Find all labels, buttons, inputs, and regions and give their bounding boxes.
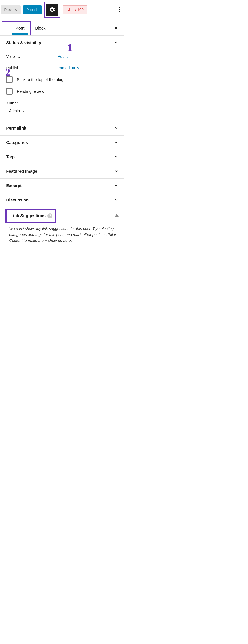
tab-post[interactable]: Post [12, 22, 28, 34]
tab-block[interactable]: Block [31, 22, 49, 34]
publish-value-link[interactable]: Immediately [58, 66, 79, 70]
section-featured-image: Featured image [0, 164, 124, 179]
author-label: Author [6, 101, 118, 106]
author-block: Author Admin [6, 101, 118, 115]
section-title: Excerpt [6, 183, 22, 188]
stick-checkbox-row: Stick to the top of the blog [6, 74, 118, 86]
chevron-down-icon [114, 197, 119, 203]
section-tags: Tags [0, 150, 124, 164]
settings-panel: 1 2 3 Post Block Status & visibility Vis… [0, 21, 124, 248]
svg-point-0 [119, 8, 120, 8]
stick-label: Stick to the top of the blog [17, 77, 63, 82]
settings-button[interactable] [46, 4, 58, 16]
chevron-down-icon [114, 168, 119, 174]
svg-point-1 [119, 10, 120, 10]
section-header-featured-image[interactable]: Featured image [0, 164, 124, 178]
section-header-excerpt[interactable]: Excerpt [0, 179, 124, 193]
section-title: Permalink [6, 126, 26, 131]
chevron-down-icon [114, 125, 119, 131]
visibility-row: Visibility Public [6, 50, 118, 62]
author-value: Admin [9, 109, 20, 113]
section-title: Featured image [6, 169, 37, 174]
section-permalink: Permalink [0, 121, 124, 136]
publish-button[interactable]: Publish [23, 5, 42, 14]
stick-checkbox[interactable] [6, 76, 13, 83]
pending-checkbox[interactable] [6, 88, 13, 95]
pending-label: Pending review [17, 89, 44, 94]
author-select[interactable]: Admin [6, 106, 28, 115]
kebab-icon [119, 7, 120, 12]
chevron-down-icon [114, 183, 119, 188]
chevron-up-icon [114, 40, 119, 46]
help-icon[interactable]: ? [47, 213, 52, 218]
section-body-status-visibility: Visibility Public Publish Immediately St… [0, 50, 124, 121]
annotation-highlight-2: Post [1, 21, 31, 36]
section-header-status-visibility[interactable]: Status & visibility [0, 36, 124, 50]
section-title: Tags [6, 154, 16, 160]
seo-score-pill[interactable]: 1 / 100 [63, 5, 88, 14]
section-header-tags[interactable]: Tags [0, 150, 124, 164]
link-suggestions-title: Link Suggestions [10, 213, 46, 218]
pending-checkbox-row: Pending review [6, 86, 118, 97]
section-status-visibility: Status & visibility Visibility Public Pu… [0, 36, 124, 121]
chevron-down-icon [114, 154, 119, 160]
section-header-categories[interactable]: Categories [0, 136, 124, 150]
chevron-down-icon [22, 110, 25, 112]
gear-icon [49, 6, 55, 13]
more-options-button[interactable] [116, 7, 123, 12]
preview-button[interactable]: Preview [1, 5, 21, 14]
visibility-label: Visibility [6, 54, 58, 59]
seo-score-text: 1 / 100 [72, 8, 84, 12]
close-panel-button[interactable] [112, 24, 120, 33]
annotation-highlight-1 [44, 2, 60, 18]
visibility-value-link[interactable]: Public [58, 54, 69, 59]
section-header-discussion[interactable]: Discussion [0, 193, 124, 207]
section-categories: Categories [0, 136, 124, 150]
bar-chart-icon [67, 8, 70, 12]
publish-row: Publish Immediately [6, 62, 118, 74]
publish-label: Publish [6, 66, 58, 70]
triangle-up-icon [115, 214, 119, 216]
annotation-highlight-3: Link Suggestions ? [5, 208, 56, 223]
section-header-link-suggestions[interactable]: Link Suggestions ? [0, 208, 124, 223]
section-header-permalink[interactable]: Permalink [0, 121, 124, 135]
tabs-row: Post Block [0, 21, 124, 36]
section-discussion: Discussion [0, 193, 124, 208]
section-title: Categories [6, 140, 28, 145]
top-toolbar: Preview Publish 1 / 100 [0, 0, 124, 20]
section-link-suggestions: Link Suggestions ? We can't show any lin… [0, 208, 124, 248]
section-title: Status & visibility [6, 40, 41, 45]
close-icon [114, 26, 118, 30]
section-excerpt: Excerpt [0, 179, 124, 193]
link-suggestions-body: We can't show any link suggestions for t… [0, 223, 124, 248]
chevron-down-icon [114, 140, 119, 146]
svg-point-2 [119, 11, 120, 12]
section-title: Discussion [6, 198, 28, 202]
